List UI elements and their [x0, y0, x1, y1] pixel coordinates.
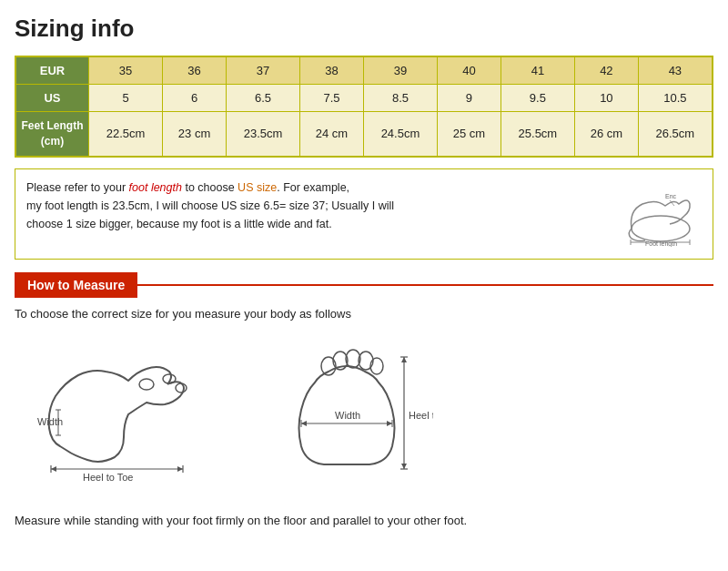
- eur-40: 40: [438, 57, 501, 85]
- svg-text:Width: Width: [335, 410, 360, 421]
- svg-marker-28: [301, 421, 307, 426]
- eur-42: 42: [574, 57, 638, 85]
- us-105: 10.5: [638, 85, 712, 112]
- eur-36: 36: [163, 57, 227, 85]
- foot-top-view: Width Heel to Toe: [269, 337, 433, 492]
- measure-bottom-text: Measure while standing with your foot fi…: [15, 514, 713, 527]
- svg-text:Enc: Enc: [665, 193, 677, 199]
- eur-38: 38: [300, 57, 364, 85]
- feet-255: 25.5cm: [500, 112, 574, 157]
- us-75: 7.5: [300, 85, 364, 112]
- note-text: Please refer to your foot length to choo…: [26, 178, 596, 233]
- foot-diagram-small: Foot length Enc: [611, 178, 702, 250]
- svg-marker-35: [401, 464, 407, 469]
- feet-26: 26 cm: [574, 112, 638, 157]
- us-header: US: [16, 85, 89, 112]
- svg-point-9: [176, 383, 187, 393]
- eur-35: 35: [89, 57, 163, 85]
- feet-225: 22.5cm: [89, 112, 163, 157]
- feet-235: 23.5cm: [226, 112, 299, 157]
- banner-line: [137, 284, 713, 286]
- eur-43: 43: [638, 57, 712, 85]
- us-row: US 5 6 6.5 7.5 8.5 9 9.5 10 10.5: [16, 85, 713, 112]
- svg-marker-19: [177, 466, 183, 472]
- us-95: 9.5: [500, 85, 574, 112]
- feet-245: 24.5cm: [363, 112, 437, 157]
- svg-marker-18: [51, 466, 56, 472]
- feet-25: 25 cm: [438, 112, 501, 157]
- feet-24: 24 cm: [300, 112, 364, 157]
- eur-39: 39: [363, 57, 437, 85]
- sizing-table-wrapper: EUR 35 36 37 38 39 40 41 42 43 US 5 6 6.…: [15, 56, 713, 158]
- note-highlight-foot: foot length: [129, 181, 182, 194]
- svg-text:Foot length: Foot length: [645, 240, 677, 247]
- eur-37: 37: [226, 57, 299, 85]
- us-10: 10: [574, 85, 638, 112]
- sizing-table: EUR 35 36 37 38 39 40 41 42 43 US 5 6 6.…: [15, 56, 713, 157]
- how-to-measure-banner: How to Measure: [15, 272, 137, 298]
- page-title: Sizing info: [15, 15, 713, 43]
- banner-row: How to Measure: [15, 272, 713, 298]
- foot-illustrations: Width Heel to Toe: [15, 337, 713, 492]
- svg-marker-29: [387, 421, 392, 426]
- us-6: 6: [163, 85, 227, 112]
- us-9: 9: [438, 85, 501, 112]
- description-text: To choose the correct size for you measu…: [15, 307, 713, 321]
- us-5: 5: [89, 85, 163, 112]
- note-highlight-us: US size: [238, 181, 277, 194]
- foot-side-view: Width Heel to Toe: [33, 337, 215, 483]
- svg-text:Heel to Toe: Heel to Toe: [83, 472, 133, 483]
- eur-row: EUR 35 36 37 38 39 40 41 42 43: [16, 57, 713, 85]
- feet-header: Feet Length(cm): [16, 112, 89, 157]
- feet-265: 26.5cm: [638, 112, 712, 157]
- svg-point-7: [139, 379, 154, 390]
- svg-marker-34: [401, 357, 407, 362]
- svg-text:Width: Width: [37, 416, 63, 427]
- feet-23: 23 cm: [163, 112, 227, 157]
- svg-text:Heel to Toe: Heel to Toe: [409, 410, 433, 421]
- eur-41: 41: [500, 57, 574, 85]
- eur-header: EUR: [16, 57, 89, 85]
- us-65: 6.5: [226, 85, 299, 112]
- note-box: Please refer to your foot length to choo…: [15, 168, 713, 260]
- feet-row: Feet Length(cm) 22.5cm 23 cm 23.5cm 24 c…: [16, 112, 713, 157]
- us-85: 8.5: [363, 85, 437, 112]
